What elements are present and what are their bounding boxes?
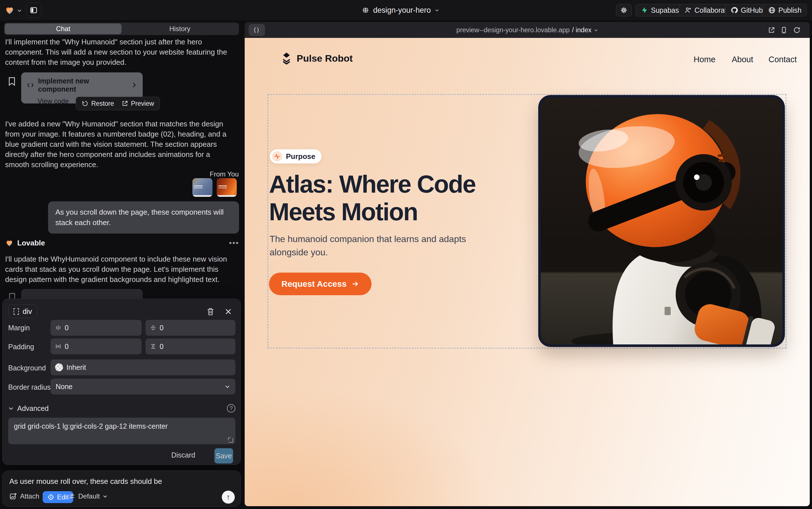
hero-heading: Atlas: Where Code Meets Motion	[269, 170, 512, 226]
preview-button[interactable]: Preview	[121, 100, 154, 107]
attach-button[interactable]: Attach	[9, 492, 39, 500]
edit-label: Edit	[57, 493, 69, 501]
padding-x-field[interactable]: 0	[50, 338, 142, 354]
selected-element-chip[interactable]: div	[8, 305, 37, 318]
mode-label: Default	[78, 492, 100, 500]
padding-horizontal-icon	[55, 343, 61, 349]
tab-chat[interactable]: Chat	[5, 24, 121, 34]
element-tag: div	[23, 307, 32, 316]
margin-vertical-icon	[150, 325, 156, 331]
assistant-message: I'll implement the "Why Humanoid" sectio…	[5, 37, 234, 67]
supabase-label: Supabase	[651, 6, 683, 14]
chat-composer: Attach Edit Default ↑	[2, 471, 241, 507]
nav-contact[interactable]: Contact	[769, 55, 797, 64]
assistant-message: I've added a new "Why Humanoid" section …	[5, 119, 234, 170]
border-radius-label: Border radius	[8, 383, 50, 392]
add-user-icon	[684, 6, 692, 14]
chevron-down-icon	[8, 406, 14, 411]
globe-icon	[768, 6, 776, 14]
lovable-logo-icon[interactable]	[4, 5, 15, 15]
refresh-icon[interactable]	[793, 26, 801, 34]
publish-label: Publish	[778, 6, 802, 14]
github-icon	[731, 6, 738, 14]
background-field[interactable]: Inherit	[50, 360, 235, 375]
assistant-header: Lovable •••	[5, 238, 239, 247]
chevron-right-icon	[132, 82, 137, 88]
supabase-icon	[641, 6, 648, 14]
padding-y-field[interactable]: 0	[146, 338, 235, 354]
card-hover-toolbar: Restore Preview	[76, 97, 160, 110]
background-value: Inherit	[66, 363, 86, 372]
user-message-bubble: As you scroll down the page, these compo…	[48, 201, 239, 234]
preview-domain: preview--design-your-hero.lovable.app	[456, 26, 569, 34]
border-radius-select[interactable]: None	[50, 379, 235, 395]
save-button[interactable]: Save	[215, 448, 233, 464]
github-button[interactable]: GitHub	[725, 4, 768, 16]
margin-y-value: 0	[160, 324, 163, 332]
component-card-title: Implement new component	[38, 77, 128, 93]
margin-y-field[interactable]: 0	[146, 320, 235, 336]
message-menu-button[interactable]: •••	[229, 238, 239, 247]
advanced-section-toggle[interactable]: Advanced ?	[8, 404, 235, 413]
chevron-down-icon	[594, 28, 598, 32]
tab-history[interactable]: History	[121, 24, 238, 34]
discard-button[interactable]: Discard	[171, 451, 195, 459]
mobile-view-icon[interactable]	[780, 26, 788, 34]
restore-icon	[82, 100, 88, 107]
bookmark-icon	[8, 293, 16, 299]
margin-horizontal-icon	[55, 325, 61, 331]
request-access-button[interactable]: Request Access	[269, 273, 372, 295]
assistant-name: Lovable	[17, 239, 45, 247]
help-icon[interactable]: ?	[227, 404, 235, 413]
attachment-thumbnail-blue[interactable]	[192, 178, 213, 197]
margin-x-value: 0	[65, 324, 69, 332]
preview-url[interactable]: preview--design-your-hero.lovable.app / …	[245, 22, 810, 38]
site-brand[interactable]: Pulse Robot	[281, 52, 353, 65]
background-label: Background	[8, 364, 46, 372]
padding-vertical-icon	[150, 343, 156, 349]
classes-textarea[interactable]: grid grid-cols-1 lg:grid-cols-2 gap-12 i…	[8, 418, 235, 444]
resize-handle[interactable]	[229, 438, 233, 443]
element-outline-icon	[13, 308, 19, 315]
panel-left-icon	[30, 6, 38, 14]
trash-icon[interactable]	[207, 307, 215, 316]
from-you-label: From You	[210, 170, 239, 178]
close-icon[interactable]	[225, 308, 232, 315]
transparency-swatch-icon	[55, 363, 63, 371]
border-radius-value: None	[56, 383, 73, 391]
chevron-down-icon	[103, 494, 108, 499]
robot-hero-image	[541, 98, 782, 344]
chevron-down-icon[interactable]	[17, 8, 22, 13]
settings-button[interactable]	[616, 4, 632, 16]
attach-label: Attach	[20, 492, 39, 500]
github-label: GitHub	[741, 6, 763, 14]
publish-button[interactable]: Publish	[763, 4, 807, 16]
send-button[interactable]: ↑	[222, 490, 235, 504]
restore-button[interactable]: Restore	[82, 100, 114, 107]
nav-home[interactable]: Home	[694, 55, 715, 64]
restore-label: Restore	[91, 100, 114, 107]
preview-site: Pulse Robot Home About Contact Purpose A…	[245, 38, 810, 506]
preview-toolbar: ⟨⟩ preview--design-your-hero.lovable.app…	[245, 22, 810, 38]
project-name: design-your-hero	[373, 6, 431, 15]
mode-select[interactable]: Default	[68, 492, 108, 500]
open-in-new-tab-icon[interactable]	[768, 26, 775, 34]
preview-pane: ⟨⟩ preview--design-your-hero.lovable.app…	[245, 22, 810, 506]
toggle-sidebar-button[interactable]	[26, 3, 41, 18]
site-brand-name: Pulse Robot	[297, 53, 353, 64]
padding-label: Padding	[8, 343, 34, 351]
chat-input[interactable]	[9, 477, 230, 486]
pulse-icon	[272, 151, 282, 162]
margin-x-field[interactable]: 0	[50, 320, 142, 336]
chevron-down-icon	[435, 8, 439, 12]
nav-about[interactable]: About	[732, 55, 753, 64]
preview-path: / index	[572, 26, 591, 34]
project-menu[interactable]: design-your-hero	[362, 0, 439, 20]
chat-history-tabs: Chat History	[4, 23, 239, 35]
bookmark-icon[interactable]	[8, 77, 16, 86]
padding-x-value: 0	[65, 342, 69, 351]
purpose-badge: Purpose	[270, 149, 322, 164]
sliders-icon	[68, 493, 75, 500]
advanced-label: Advanced	[17, 404, 48, 413]
attachment-thumbnail-orange[interactable]	[217, 178, 237, 197]
